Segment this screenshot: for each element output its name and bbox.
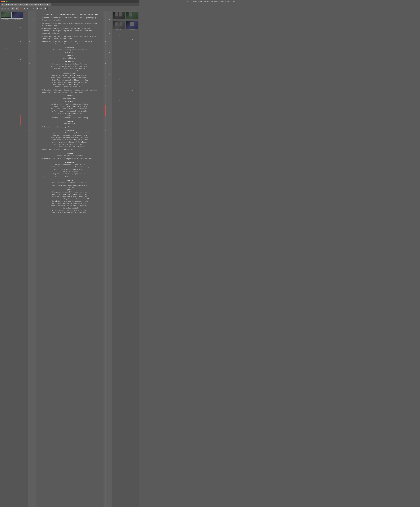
page-dropdown[interactable]: ▼ bbox=[44, 7, 47, 10]
active-tab[interactable]: * Sc 533 PARK BENCH: SHCHERBINA tells LE… bbox=[0, 3, 51, 6]
right-thumb-533C[interactable]: 533C-1.1A * bbox=[113, 12, 125, 21]
scene-number-right: 533 bbox=[95, 13, 98, 16]
right-thumb-533E[interactable]: 533E-1A * bbox=[113, 21, 125, 30]
lt-dot-8 bbox=[34, 19, 34, 20]
close-button[interactable] bbox=[1, 1, 3, 2]
forward-button[interactable]: ▶ bbox=[4, 7, 6, 10]
left-dot-6 bbox=[21, 41, 21, 42]
right-strip-dot-7 bbox=[132, 52, 133, 52]
right-thumb-label-533B: 533B-1.1A * bbox=[128, 19, 136, 21]
minimize-button[interactable] bbox=[3, 1, 5, 2]
forward-icon: ▶ bbox=[5, 8, 5, 9]
lt-col-2 bbox=[32, 11, 36, 507]
left-timeline bbox=[28, 11, 36, 507]
filmstrip-right: 533C-1.1A * 533B-1.1A * 533E-1A * 533F-1… bbox=[112, 11, 140, 507]
script-line-12: But after the war, people came here to l… bbox=[50, 74, 89, 88]
script-line-5: SHCHERBINA bbox=[42, 46, 98, 49]
rt-redbar-1 bbox=[105, 105, 106, 116]
right-strip-vline-1 bbox=[119, 31, 119, 141]
left-redbar-1 bbox=[7, 115, 7, 126]
left-thumb-img-533D bbox=[12, 12, 23, 19]
ap-button[interactable]: AP bbox=[15, 7, 19, 10]
right-thumb-img-533C bbox=[113, 12, 125, 19]
script-line-34: LEGASOV bbox=[42, 179, 98, 182]
script-line-17: Maybe a year. They're calling it a "long… bbox=[50, 103, 89, 115]
back-icon: ◀ bbox=[2, 8, 2, 9]
rt-dot-4 bbox=[105, 63, 106, 64]
right-thumb-533F[interactable]: 533F-1A * bbox=[126, 21, 138, 30]
lt-vline-2 bbox=[34, 11, 34, 507]
left-dot-5 bbox=[21, 27, 21, 28]
back-button[interactable]: ◀ bbox=[1, 7, 3, 10]
lt-dot-5 bbox=[29, 85, 30, 86]
title-bar: * Sc 533 PARK BENCH: SHCHERBINA tells LE… bbox=[0, 0, 140, 3]
scene-label: Scene: bbox=[30, 8, 35, 9]
lt-dot-2 bbox=[29, 25, 30, 25]
script-line-25: Legasov doesn't want to answer. But: bbox=[42, 149, 98, 151]
scene-dropdown[interactable]: ▼ bbox=[36, 7, 39, 10]
rt-dot-8 bbox=[109, 19, 110, 20]
script-line-13: Shcherbina coughs again. Frustrated. Wip… bbox=[42, 89, 98, 93]
script-line-35: There are other scientists like me. Any … bbox=[50, 182, 89, 189]
script-line-0: An inept imitation statue of MICKEY MOUS… bbox=[42, 17, 98, 21]
scene-heading: EXT. CITY OF CHERNOBYL - PARK - DAY 33, … bbox=[45, 13, 95, 16]
right-strip-redbar-1 bbox=[119, 114, 119, 125]
left-redbar-2 bbox=[21, 115, 21, 126]
script-line-10: It was mostly Jews and Poles. The Jews w… bbox=[50, 63, 89, 72]
left-dot-3 bbox=[7, 48, 7, 49]
script-line-33: Legasov stares back in disbelief. bbox=[42, 176, 98, 178]
page-label: Page: bbox=[39, 8, 43, 9]
rt-dot-7 bbox=[105, 130, 106, 130]
right-strip-dot-8 bbox=[132, 70, 133, 70]
script-line-11: (looks around) bbox=[56, 72, 84, 74]
left-dot-4 bbox=[7, 65, 7, 65]
script-line-14: LEGASOV bbox=[42, 95, 98, 97]
window-close-icon[interactable]: ✕ bbox=[137, 0, 138, 2]
right-thumb-label-533F: 533F-1A * bbox=[129, 29, 135, 30]
right-timeline bbox=[104, 11, 112, 507]
stop-button[interactable]: ■ bbox=[7, 7, 9, 10]
toolbar-separator-2 bbox=[20, 7, 20, 10]
lt-dot-7 bbox=[29, 130, 30, 130]
script-content: 533 EXT. CITY OF CHERNOBYL - PARK - DAY … bbox=[36, 11, 104, 507]
rt-dot-5 bbox=[105, 85, 106, 86]
right-thumb-img-533F bbox=[126, 21, 138, 29]
left-thumb-533D[interactable]: 533D-1.1A * bbox=[12, 12, 23, 20]
main-container: 533A-1A * 533D-1.1A * bbox=[0, 11, 140, 507]
rt-col-2 bbox=[108, 11, 112, 507]
script-line-6: Do you know anything about this town? Ch… bbox=[50, 49, 89, 53]
right-strip-dot-2 bbox=[119, 45, 119, 45]
tab-close-icon[interactable]: ✕ bbox=[49, 4, 49, 6]
right-strip-col-2 bbox=[126, 31, 139, 141]
right-strip-dot-4 bbox=[119, 79, 119, 80]
maximize-button[interactable] bbox=[6, 1, 7, 2]
as-button[interactable]: AS bbox=[11, 7, 15, 10]
lt-dot-9 bbox=[34, 33, 34, 34]
left-thumb-label-533D: 533D-1.1A * bbox=[14, 19, 21, 20]
script-line-29: SHCHERBINA bbox=[42, 161, 98, 163]
lt-dot-10 bbox=[34, 52, 34, 53]
scene-header: 533 EXT. CITY OF CHERNOBYL - PARK - DAY … bbox=[42, 13, 98, 16]
script-line-39: Without you...? For god's sake, Boris - … bbox=[50, 209, 89, 214]
right-thumb-img-533B bbox=[126, 12, 138, 19]
script-line-2: ON LEGASOV – across the street. Behind h… bbox=[42, 28, 98, 35]
left-thumb-row: 533A-1A * 533D-1.1A * bbox=[0, 12, 28, 21]
script-line-26: LEGASOV bbox=[42, 152, 98, 155]
lt-vline-1 bbox=[30, 11, 30, 507]
script-line-18: (beat) bbox=[56, 115, 84, 117]
filmstrip-left: 533A-1A * 533D-1.1A * bbox=[0, 11, 28, 507]
right-strip-col-1 bbox=[112, 31, 126, 141]
grid-icon: ▦ bbox=[26, 7, 28, 10]
page-dropdown-arrow: ▼ bbox=[45, 8, 46, 9]
left-thumb-533A[interactable]: 533A-1A * bbox=[0, 12, 12, 20]
script-line-1: The small park is just dust and dead gra… bbox=[42, 22, 98, 27]
tab-bar: * Sc 533 PARK BENCH: SHCHERBINA tells LE… bbox=[0, 3, 140, 6]
right-strip-dot-5 bbox=[119, 100, 119, 101]
rt-dot-3 bbox=[105, 41, 106, 42]
script-line-23: SHCHERBINA bbox=[42, 129, 98, 132]
stop-icon: ■ bbox=[8, 8, 8, 9]
right-thumb-533B[interactable]: 533B-1.1A * bbox=[126, 12, 138, 21]
script-line-21: For nothing? bbox=[50, 123, 89, 125]
toolbar-separator-1 bbox=[10, 7, 10, 10]
rt-dot-2 bbox=[105, 25, 106, 25]
